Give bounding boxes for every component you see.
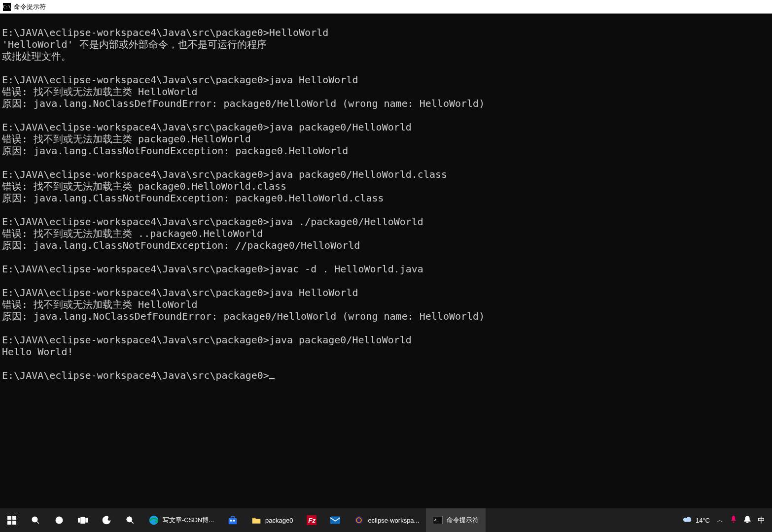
mail-app[interactable] [323, 508, 347, 532]
terminal-line: E:\JAVA\eclipse-workspace4\Java\src\pack… [2, 74, 770, 86]
svg-rect-21 [330, 517, 340, 524]
svg-rect-18 [233, 520, 235, 521]
svg-rect-9 [86, 518, 88, 522]
svg-line-13 [131, 521, 134, 524]
taskbar: 写文章-CSDN博... package0 Fz eclipse-workspa… [0, 508, 772, 532]
tray-status-icon[interactable] [730, 516, 737, 525]
ime-icon[interactable]: 中 [758, 516, 765, 525]
terminal-line: 原因: java.lang.NoClassDefFoundError: pack… [2, 310, 770, 322]
store-icon [228, 515, 238, 525]
cursor [269, 378, 275, 379]
edge-icon [149, 515, 159, 525]
windows-icon [7, 515, 17, 525]
svg-rect-16 [231, 517, 235, 519]
terminal-line: E:\JAVA\eclipse-workspace4\Java\src\pack… [2, 121, 770, 133]
magnifier-icon [125, 515, 135, 525]
terminal-line: 错误: 找不到或无法加载主类 HelloWorld [2, 299, 770, 310]
explorer-app[interactable]: package0 [245, 508, 300, 532]
terminal-line: E:\JAVA\eclipse-workspace4\Java\src\pack… [2, 27, 770, 38]
terminal-line: E:\JAVA\eclipse-workspace4\Java\src\pack… [2, 216, 770, 228]
svg-point-4 [32, 517, 37, 522]
start-button[interactable] [0, 508, 24, 532]
terminal-line [2, 15, 770, 27]
folder-icon [251, 515, 261, 525]
weather-temp: 14°C [696, 517, 710, 524]
explorer-label: package0 [265, 517, 293, 524]
svg-rect-7 [78, 518, 80, 522]
mail-icon [330, 515, 340, 525]
svg-rect-17 [230, 520, 232, 521]
edge-label: 写文章-CSDN博... [163, 516, 214, 525]
tray-chevron-up-icon[interactable]: ︿ [717, 516, 723, 525]
copilot-icon [102, 515, 111, 525]
terminal-line: 'HelloWorld' 不是内部或外部命令，也不是可运行的程序 [2, 38, 770, 50]
svg-line-5 [36, 521, 39, 524]
terminal-line [2, 109, 770, 121]
filezilla-icon: Fz [307, 515, 316, 525]
store-app[interactable] [221, 508, 245, 532]
terminal-line [2, 62, 770, 74]
terminal-line: E:\JAVA\eclipse-workspace4\Java\src\pack… [2, 287, 770, 299]
terminal-output[interactable]: E:\JAVA\eclipse-workspace4\Java\src\pack… [0, 14, 772, 508]
terminal-line [2, 322, 770, 334]
eclipse-app[interactable]: eclipse-workspa... [347, 508, 426, 532]
magnifier-button[interactable] [118, 508, 142, 532]
terminal-line: 错误: 找不到或无法加载主类 HelloWorld [2, 86, 770, 98]
cortana-button[interactable] [47, 508, 71, 532]
terminal-line: 原因: java.lang.ClassNotFoundException: pa… [2, 145, 770, 157]
terminal-line: Hello World! [2, 346, 770, 358]
terminal-line: E:\JAVA\eclipse-workspace4\Java\src\pack… [2, 168, 770, 180]
svg-rect-2 [7, 521, 11, 525]
search-button[interactable] [24, 508, 47, 532]
cmd-icon: >_ [433, 515, 443, 525]
terminal-line: E:\JAVA\eclipse-workspace4\Java\src\pack… [2, 369, 770, 381]
svg-text:>_: >_ [434, 518, 439, 522]
terminal-line [2, 157, 770, 168]
svg-rect-1 [12, 516, 16, 520]
search-icon [31, 515, 40, 525]
cmd-window-icon: C:\ [3, 3, 11, 11]
window-titlebar: C:\ 命令提示符 [0, 0, 772, 14]
terminal-line [2, 204, 770, 216]
terminal-line [2, 358, 770, 369]
cortana-icon [54, 515, 64, 525]
eclipse-label: eclipse-workspa... [368, 517, 419, 524]
eclipse-icon [354, 515, 364, 525]
svg-rect-0 [7, 516, 11, 520]
cmd-label: 命令提示符 [447, 516, 479, 525]
terminal-line: 错误: 找不到或无法加载主类 ..package0.HelloWorld [2, 228, 770, 239]
terminal-line: 原因: java.lang.ClassNotFoundException: pa… [2, 192, 770, 204]
svg-text:Fz: Fz [309, 517, 316, 524]
cloud-icon [683, 516, 693, 525]
terminal-line: 错误: 找不到或无法加载主类 package0.HelloWorld.class [2, 180, 770, 192]
copilot-button[interactable] [95, 508, 118, 532]
svg-rect-3 [12, 521, 16, 525]
terminal-line: 错误: 找不到或无法加载主类 package0.HelloWorld [2, 133, 770, 145]
notifications-icon[interactable] [744, 516, 751, 525]
taskview-button[interactable] [71, 508, 95, 532]
svg-rect-15 [229, 518, 237, 525]
terminal-line: 原因: java.lang.ClassNotFoundException: //… [2, 239, 770, 251]
weather-widget[interactable]: 14°C [683, 516, 710, 525]
terminal-line: E:\JAVA\eclipse-workspace4\Java\src\pack… [2, 334, 770, 346]
terminal-line: 或批处理文件。 [2, 50, 770, 62]
svg-rect-8 [81, 517, 85, 524]
terminal-line [2, 251, 770, 263]
system-tray: 14°C ︿ 中 [676, 508, 772, 532]
cmd-app[interactable]: >_ 命令提示符 [426, 508, 486, 532]
edge-app[interactable]: 写文章-CSDN博... [142, 508, 221, 532]
filezilla-app[interactable]: Fz [300, 508, 323, 532]
terminal-line: 原因: java.lang.NoClassDefFoundError: pack… [2, 98, 770, 109]
terminal-line: E:\JAVA\eclipse-workspace4\Java\src\pack… [2, 263, 770, 275]
taskview-icon [78, 515, 88, 525]
terminal-line [2, 275, 770, 287]
window-title: 命令提示符 [14, 2, 46, 11]
svg-point-6 [56, 517, 63, 524]
